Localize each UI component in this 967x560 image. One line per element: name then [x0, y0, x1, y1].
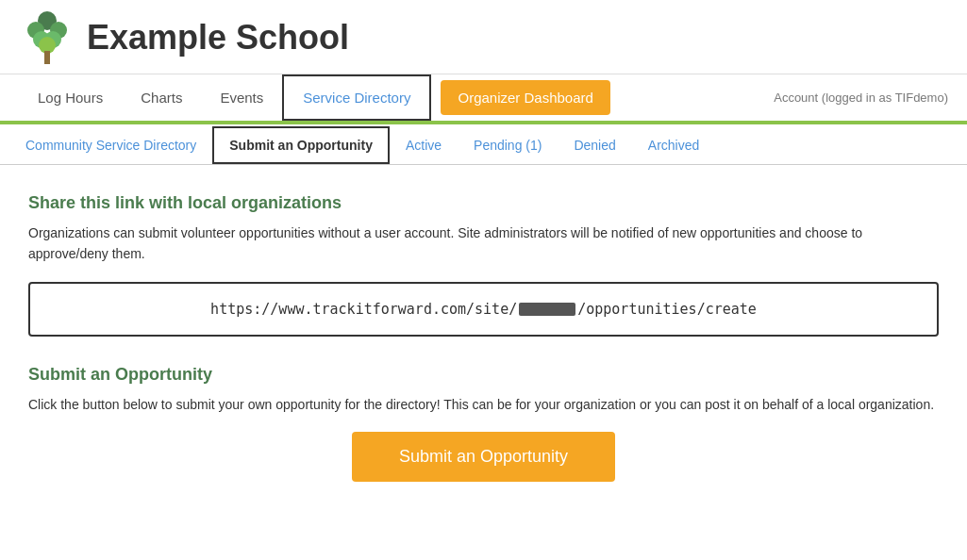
- share-description: Organizations can submit volunteer oppor…: [28, 222, 939, 265]
- nav-events[interactable]: Events: [201, 76, 282, 119]
- account-user: (logged in as TIFdemo): [822, 91, 948, 105]
- submit-section: Submit an Opportunity Click the button b…: [28, 365, 939, 482]
- nav-log-hours[interactable]: Log Hours: [19, 76, 122, 119]
- share-url-box[interactable]: https://www.trackitforward.com/site//opp…: [28, 282, 939, 337]
- account-info: Account (logged in as TIFdemo): [774, 91, 948, 105]
- share-section: Share this link with local organizations…: [28, 193, 939, 337]
- svg-rect-6: [44, 51, 50, 64]
- nav-charts[interactable]: Charts: [122, 76, 201, 119]
- submit-title: Submit an Opportunity: [28, 365, 939, 385]
- tab-submit-opportunity[interactable]: Submit an Opportunity: [212, 126, 390, 164]
- tab-community-service-directory[interactable]: Community Service Directory: [9, 127, 212, 163]
- tab-denied[interactable]: Denied: [558, 127, 631, 163]
- page-tabs: Community Service Directory Submit an Op…: [0, 126, 967, 165]
- logo-area: Example School: [19, 9, 349, 66]
- url-text-suffix: /opportunities/create: [577, 301, 757, 318]
- tab-archived[interactable]: Archived: [632, 127, 715, 163]
- page-header: Example School: [0, 0, 967, 74]
- tab-active[interactable]: Active: [390, 127, 458, 163]
- school-name: Example School: [87, 18, 349, 58]
- submit-opportunity-button[interactable]: Submit an Opportunity: [352, 432, 615, 482]
- url-redacted-segment: [519, 303, 575, 316]
- school-logo-icon: [19, 9, 75, 66]
- tab-pending[interactable]: Pending (1): [458, 127, 558, 163]
- share-title: Share this link with local organizations: [28, 193, 939, 213]
- url-text-prefix: https://www.trackitforward.com/site/: [210, 301, 517, 318]
- nav-service-directory[interactable]: Service Directory: [282, 74, 431, 121]
- organizer-dashboard-button[interactable]: Organizer Dashboard: [441, 80, 609, 115]
- main-nav: Log Hours Charts Events Service Director…: [0, 74, 967, 124]
- account-label: Account: [774, 91, 818, 105]
- main-content: Share this link with local organizations…: [0, 165, 967, 510]
- submit-description: Click the button below to submit your ow…: [28, 394, 939, 415]
